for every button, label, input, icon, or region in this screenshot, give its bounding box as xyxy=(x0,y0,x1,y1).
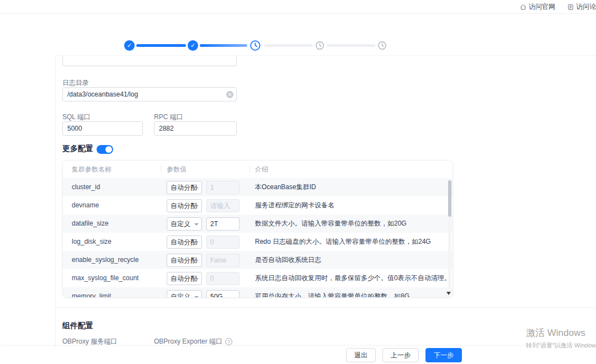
wizard-stepper: 部署配置 节点配置 集群配置 预检查 部署 xyxy=(0,14,596,55)
param-mode-value: 自动分配 xyxy=(167,201,197,211)
param-desc: 可用总内存大小。请输入带容量带单位的整数，如8G xyxy=(255,287,449,298)
param-value-input xyxy=(206,181,240,194)
param-mode-value: 自动分配 xyxy=(167,274,197,283)
param-mode-select[interactable]: 自动分配 xyxy=(167,254,202,267)
param-name: devname xyxy=(72,196,99,215)
table-row: datafile_size 自定义 数据文件大小。请输入带容量带单位的整数，如2… xyxy=(63,215,453,233)
param-name: log_disk_size xyxy=(72,233,111,251)
data-dir-input-clipped[interactable] xyxy=(62,55,237,66)
prev-step-button[interactable]: 上一步 xyxy=(382,348,419,362)
step-pending-clock-icon[interactable] xyxy=(377,40,387,51)
visit-website-link[interactable]: 访问官网 xyxy=(520,2,555,12)
param-mode-value: 自定义 xyxy=(167,292,190,298)
param-mode-value: 自动分配 xyxy=(167,256,197,265)
header-param-name: 集群参数名称 xyxy=(72,165,111,174)
table-scrollbar-thumb[interactable] xyxy=(448,180,451,217)
chevron-down-icon xyxy=(194,205,199,207)
obproxy-exporter-port-label: OBProxy Exporter 端口 ? xyxy=(154,337,232,346)
sql-port-label: SQL 端口 xyxy=(62,113,91,122)
table-header: 集群参数名称 参数值 介绍 xyxy=(63,160,453,178)
param-name: memory_limit xyxy=(72,287,111,298)
param-name: max_syslog_file_count xyxy=(72,269,139,287)
param-name: datafile_size xyxy=(72,215,109,233)
table-row: max_syslog_file_count 自动分配 系统日志自动回收复用时，最… xyxy=(63,269,453,287)
help-question-icon[interactable]: ? xyxy=(225,338,232,345)
chevron-down-icon xyxy=(194,242,199,244)
param-desc: 是否自动回收系统日志 xyxy=(255,251,449,269)
toggle-knob xyxy=(105,146,112,153)
log-dir-label: 日志目录 xyxy=(62,78,89,88)
param-desc: 服务进程绑定的网卡设备名 xyxy=(255,196,449,215)
topbar: 访问官网 访问论坛 xyxy=(0,0,596,14)
step-done-check-icon[interactable] xyxy=(188,40,198,51)
param-value-input xyxy=(206,272,240,285)
stepper-connector xyxy=(136,44,186,47)
param-desc: 系统日志自动回收复用时，最多保留多少个。值0表示不自动清理。 xyxy=(255,269,449,287)
param-desc: 本OceanBase集群ID xyxy=(255,178,449,196)
chevron-down-icon xyxy=(194,187,199,189)
rpc-port-input[interactable] xyxy=(154,121,237,136)
param-mode-value: 自动分配 xyxy=(167,183,197,192)
param-desc: 数据文件大小。请输入带容量带单位的整数，如20G xyxy=(255,215,449,233)
param-value-input xyxy=(206,254,240,267)
param-value-input[interactable] xyxy=(206,217,240,231)
obproxy-port-label: OBProxy 服务端口 xyxy=(62,337,117,346)
table-row: devname 自动分配 服务进程绑定的网卡设备名 xyxy=(63,196,453,215)
rpc-port-label: RPC 端口 xyxy=(154,113,183,122)
param-value-input[interactable] xyxy=(206,290,240,298)
clear-input-icon[interactable]: ✕ xyxy=(226,91,233,98)
param-mode-select[interactable]: 自动分配 xyxy=(167,272,202,285)
step-done-check-icon[interactable] xyxy=(124,40,135,51)
param-desc: Redo 日志磁盘的大小。请输入带容量带单位的整数，如24G xyxy=(255,233,449,251)
param-mode-select[interactable]: 自定义 xyxy=(167,217,202,231)
param-mode-select[interactable]: 自定义 xyxy=(167,290,202,298)
chevron-down-icon xyxy=(194,223,199,226)
component-config-section: 组件配置 OBProxy 服务端口 OBProxy Exporter 端口 ? xyxy=(55,308,596,346)
obproxy-exporter-port-text: OBProxy Exporter 端口 xyxy=(154,337,222,346)
scroll-down-arrow-icon[interactable] xyxy=(446,292,451,295)
param-mode-select[interactable]: 自动分配 xyxy=(167,235,202,249)
param-value-input xyxy=(206,199,240,212)
header-separator xyxy=(249,165,250,173)
visit-forum-link[interactable]: 访问论坛 xyxy=(567,2,596,12)
param-mode-value: 自定义 xyxy=(167,220,190,229)
visit-website-label: 访问官网 xyxy=(529,2,555,12)
header-param-desc: 介绍 xyxy=(255,165,268,174)
more-config-toggle[interactable] xyxy=(97,145,113,154)
sql-port-input[interactable] xyxy=(62,121,143,136)
header-separator xyxy=(161,165,162,173)
header-param-value: 参数值 xyxy=(167,165,187,174)
chevron-down-icon xyxy=(194,278,199,280)
param-name: cluster_id xyxy=(72,178,100,196)
cluster-config-form: 日志目录 ✕ SQL 端口 RPC 端口 更多配置 集群参数名称 参数值 介绍 … xyxy=(55,55,596,307)
wizard-footer: 退出 上一步 下一步 xyxy=(0,346,596,364)
table-row: log_disk_size 自动分配 Redo 日志磁盘的大小。请输入带容量带单… xyxy=(63,233,453,251)
deploy-wizard-screen: 访问官网 访问论坛 部署配置 节点配置 集群配置 xyxy=(0,0,596,364)
param-value-input xyxy=(206,235,240,249)
visit-forum-label: 访问论坛 xyxy=(576,2,596,12)
more-config-label: 更多配置 xyxy=(62,144,93,154)
table-row: memory_limit 自定义 可用总内存大小。请输入带容量带单位的整数，如8… xyxy=(63,287,453,298)
step-pending-clock-icon[interactable] xyxy=(315,40,325,51)
log-dir-input[interactable] xyxy=(62,87,237,101)
exit-button[interactable]: 退出 xyxy=(346,348,376,362)
param-mode-select[interactable]: 自动分配 xyxy=(167,199,202,212)
stepper-connector xyxy=(327,44,375,47)
doc-icon xyxy=(567,4,574,10)
table-row: enable_syslog_recycle 自动分配 是否自动回收系统日志 xyxy=(63,251,453,269)
param-mode-select[interactable]: 自动分配 xyxy=(167,181,202,194)
param-mode-value: 自动分配 xyxy=(167,238,197,247)
component-config-title: 组件配置 xyxy=(62,321,93,331)
step-current-clock-icon[interactable] xyxy=(248,39,262,52)
cluster-params-table: 集群参数名称 参数值 介绍 cluster_id 自动分配 本OceanBase… xyxy=(62,160,453,298)
chevron-down-icon xyxy=(194,260,199,262)
home-icon xyxy=(520,4,526,10)
param-name: enable_syslog_recycle xyxy=(72,251,139,269)
table-row: cluster_id 自动分配 本OceanBase集群ID xyxy=(63,178,453,196)
stepper-connector xyxy=(264,44,313,47)
table-body: cluster_id 自动分配 本OceanBase集群ID devname 自… xyxy=(63,178,453,298)
chevron-down-icon xyxy=(194,296,199,298)
next-step-button[interactable]: 下一步 xyxy=(425,348,462,362)
stepper-connector xyxy=(200,44,247,47)
